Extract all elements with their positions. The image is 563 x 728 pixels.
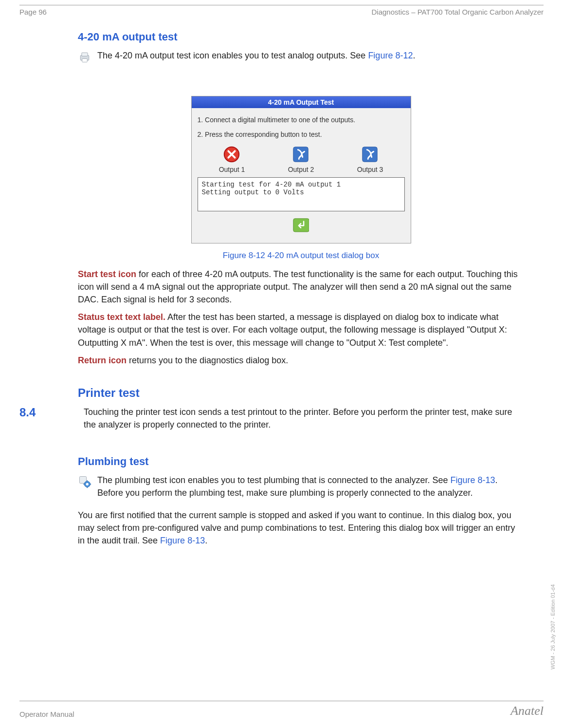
printer-icon xyxy=(78,50,91,64)
return-icon-desc: Return icon returns you to the diagnosti… xyxy=(78,354,524,367)
plumbing-gear-icon xyxy=(78,475,91,488)
side-edition-text: WGM - 26 July 2007 - Edition 01-d4 xyxy=(550,584,556,670)
run-icon xyxy=(361,145,379,164)
output-2-button[interactable]: Output 2 xyxy=(288,145,314,173)
svg-rect-5 xyxy=(363,147,377,162)
footer-left: Operator Manual xyxy=(19,710,74,718)
plumbing-para2-before: You are first notified that the current … xyxy=(78,510,515,545)
intro-text-after: . xyxy=(413,51,415,60)
start-test-body: for each of three 4-20 mA outputs. The t… xyxy=(78,269,518,304)
printer-test-body: Touching the printer test icon sends a t… xyxy=(84,406,524,431)
figure-8-12-link[interactable]: Figure 8-12 xyxy=(368,51,413,60)
plumbing-para-2: You are first notified that the current … xyxy=(78,509,524,547)
page-header: Page 96 Diagnostics – PAT700 Total Organ… xyxy=(19,8,544,16)
plumbing-intro-before: The plumbing test icon enables you to te… xyxy=(97,475,450,485)
output-test-intro: The 4-20 mA output test icon enables you… xyxy=(97,49,415,62)
dialog-status-text: Starting test for 4-20 mA output 1 Setti… xyxy=(198,177,405,211)
figure-8-12: 4-20 mA Output Test 1. Connect a digital… xyxy=(78,96,524,261)
dialog-step-2: 2. Press the corresponding button to tes… xyxy=(198,131,405,138)
start-test-lead: Start test icon xyxy=(78,269,136,279)
top-rule xyxy=(19,5,544,5)
dialog-step-1: 1. Connect a digital multimeter to one o… xyxy=(198,116,405,124)
intro-text: The 4-20 mA output test icon enables you… xyxy=(97,51,368,60)
return-icon-body: returns you to the diagnostics dialog bo… xyxy=(127,355,288,365)
output-3-button[interactable]: Output 3 xyxy=(357,145,383,173)
svg-rect-2 xyxy=(82,59,88,62)
return-button[interactable] xyxy=(293,218,309,233)
heading-output-test: 4-20 mA output test xyxy=(78,31,524,43)
figure-8-13-link[interactable]: Figure 8-13 xyxy=(450,475,495,485)
svg-point-9 xyxy=(86,483,89,485)
page-number: Page 96 xyxy=(19,8,47,16)
dialog-title: 4-20 mA Output Test xyxy=(192,96,411,108)
svg-rect-1 xyxy=(82,53,88,56)
doc-title: Diagnostics – PAT700 Total Organic Carbo… xyxy=(371,8,544,16)
bottom-rule xyxy=(19,701,544,701)
status-text-lead: Status text text label. xyxy=(78,312,165,322)
svg-rect-4 xyxy=(293,147,308,162)
close-icon xyxy=(222,145,241,164)
status-text-desc: Status text text label. After the test h… xyxy=(78,311,524,349)
plumbing-para2-after: . xyxy=(205,536,207,545)
output-1-button[interactable]: Output 1 xyxy=(219,145,245,173)
section-number-8-4: 8.4 xyxy=(19,406,36,419)
plumbing-intro: The plumbing test icon enables you to te… xyxy=(97,474,524,499)
run-icon xyxy=(291,145,310,164)
dialog-4-20ma-output-test: 4-20 mA Output Test 1. Connect a digital… xyxy=(191,96,411,243)
footer-right: Anatel xyxy=(510,704,544,718)
figure-caption: Figure 8-12 4-20 mA output test dialog b… xyxy=(78,251,524,261)
output-2-label: Output 2 xyxy=(288,166,314,173)
heading-plumbing-test: Plumbing test xyxy=(78,455,524,468)
heading-printer-test: Printer test xyxy=(78,386,524,400)
return-icon-lead: Return icon xyxy=(78,355,127,365)
output-3-label: Output 3 xyxy=(357,166,383,173)
figure-8-13-link-2[interactable]: Figure 8-13 xyxy=(160,536,205,545)
output-1-label: Output 1 xyxy=(219,166,245,173)
page-footer: Operator Manual Anatel xyxy=(19,704,544,718)
start-test-desc: Start test icon for each of three 4-20 m… xyxy=(78,268,524,306)
